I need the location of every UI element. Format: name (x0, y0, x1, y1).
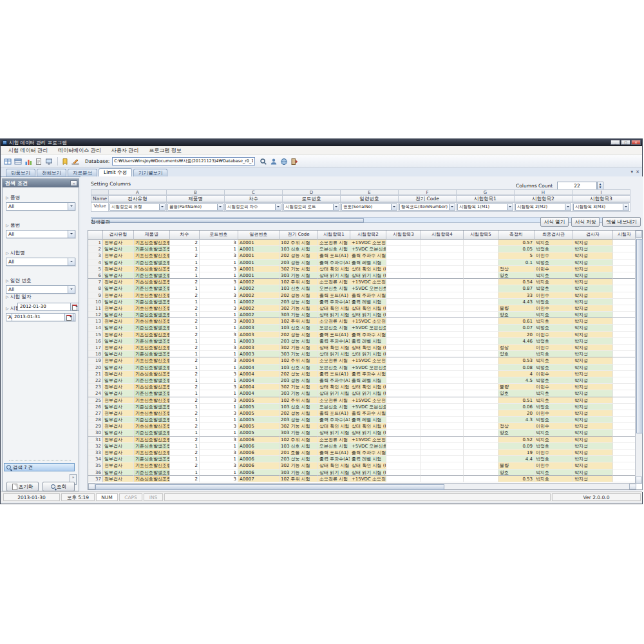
table-cell[interactable]: 박지성 (573, 279, 613, 285)
chevron-down-icon[interactable] (68, 231, 75, 238)
table-cell[interactable]: 기초신호발신조립체 (134, 397, 170, 404)
column-mapping-combo[interactable]: 품명(PartName) (167, 204, 223, 211)
table-cell[interactable]: 303 기능 시험 (279, 469, 318, 476)
table-cell[interactable]: 박지성 (573, 397, 613, 404)
table-cell[interactable] (464, 476, 498, 482)
table-cell[interactable] (386, 469, 421, 476)
table-cell[interactable] (464, 338, 498, 345)
table-cell[interactable]: 전부검사 (103, 252, 134, 259)
chevron-down-icon[interactable] (391, 204, 397, 210)
table-cell[interactable]: 박지성 (573, 417, 613, 423)
table-cell[interactable]: 3 (200, 384, 238, 390)
table-cell[interactable] (421, 476, 464, 482)
table-row[interactable]: 14일부검사기준신호발생조립체11A0003103 신호 시험오븐신호 시험+5… (88, 325, 642, 331)
table-cell[interactable]: A0001 (238, 240, 279, 246)
search-icon[interactable] (259, 157, 268, 166)
table-cell[interactable]: 2 (170, 476, 200, 482)
column-header[interactable]: 시험자 (613, 231, 636, 240)
table-cell[interactable]: 출력 레벨 시험 (350, 260, 386, 266)
table-cell[interactable] (386, 260, 421, 266)
table-cell[interactable]: 19 (498, 450, 535, 456)
table-cell[interactable]: 1 (88, 240, 103, 246)
table-cell[interactable]: 양호 (498, 469, 535, 476)
table-cell[interactable]: 202 성능 시험 (279, 252, 318, 259)
table-cell[interactable]: 이민수 (535, 371, 573, 377)
table-cell[interactable]: 302 기능 시험 (279, 266, 318, 272)
column-header[interactable]: 최종검사관 (535, 231, 573, 240)
table-cell[interactable]: 일부검사 (103, 351, 134, 357)
table-cell[interactable]: 양호 (498, 390, 535, 397)
table-cell[interactable]: 소모전류 시험 (318, 279, 350, 285)
table-cell[interactable] (613, 325, 636, 331)
table-row[interactable]: 26일부검사기준신호발생조립체11A0005103 신호 시험오븐신호 시험+5… (88, 404, 642, 410)
table-cell[interactable]: 기초신호발신조립체 (134, 318, 170, 325)
table-cell[interactable]: 103 신호 시험 (279, 365, 318, 371)
table-cell[interactable]: 상태 확인 시험 (0d (350, 462, 386, 469)
table-cell[interactable]: 소모전류 시험 (318, 318, 350, 325)
column-mapping-combo[interactable]: 시험정보의 차수 (225, 204, 281, 211)
table-cell[interactable]: 박지성 (573, 332, 613, 338)
table-cell[interactable]: 26 (88, 404, 103, 410)
table-cell[interactable]: 4.5 (498, 377, 535, 384)
table-cell[interactable] (386, 318, 421, 325)
table-cell[interactable]: 37 (88, 476, 103, 482)
table-cell[interactable] (613, 357, 636, 364)
collapse-panel-button[interactable]: « (70, 180, 77, 186)
table-cell[interactable]: 1 (170, 404, 200, 410)
table-cell[interactable] (386, 338, 421, 345)
table-row[interactable]: 17전부검사기초신호발신조립체23A0003302 기능 시험상태 확인 시험상… (88, 345, 642, 351)
tab-전체보기[interactable]: 전체보기 (37, 169, 66, 176)
table-cell[interactable]: 양호 (498, 272, 535, 279)
table-cell[interactable]: 출력 포트(A1) 시험 (318, 410, 350, 417)
table-cell[interactable] (464, 345, 498, 351)
table-cell[interactable]: 박정호 (535, 260, 573, 266)
table-cell[interactable]: 이민수 (535, 450, 573, 456)
table-cell[interactable]: 박지성 (573, 266, 613, 272)
table-cell[interactable]: 기초신호발신조립체 (134, 437, 170, 443)
table-cell[interactable]: 기준신호발생조립체 (134, 430, 170, 436)
table-cell[interactable]: 1 (200, 246, 238, 252)
table-cell[interactable]: 출력 포트(A1) 시험 (318, 371, 350, 377)
save-format-button[interactable]: 서식 저장 (571, 217, 600, 227)
table-cell[interactable]: 출력 포트(A1) 시험 (318, 332, 350, 338)
table-cell[interactable]: 202 성능 시험 (279, 292, 318, 299)
table-cell[interactable]: 전부검사 (103, 240, 134, 246)
table-cell[interactable] (613, 456, 636, 462)
table-cell[interactable]: 일부검사 (103, 443, 134, 450)
table-cell[interactable]: 박지성 (573, 462, 613, 469)
table-cell[interactable]: 기초신호발신조립체 (134, 450, 170, 456)
table-cell[interactable] (613, 240, 636, 246)
table-cell[interactable]: 상태 확인 시험 (318, 305, 350, 312)
table-cell[interactable]: A0003 (238, 351, 279, 357)
table-cell[interactable] (386, 332, 421, 338)
filter-combo-일련 번호[interactable]: All (6, 285, 75, 294)
bar-chart-icon[interactable] (24, 157, 33, 166)
table-row[interactable]: 27전부검사기초신호발신조립체23A0005202 성능 시험출력 포트(A1)… (88, 410, 642, 417)
table-cell[interactable]: 기초신호발신조립체 (134, 305, 170, 312)
table-cell[interactable]: 박정호 (535, 404, 573, 410)
table-cell[interactable]: 소모전류 시험 (318, 357, 350, 364)
table-cell[interactable]: 기초신호발신조립체 (134, 266, 170, 272)
table-cell[interactable] (386, 292, 421, 299)
table-cell[interactable]: 출력 주파수(A1) 시험 (318, 377, 350, 384)
table-cell[interactable]: 불량 (498, 462, 535, 469)
table-cell[interactable] (613, 345, 636, 351)
table-cell[interactable] (613, 377, 636, 384)
table-cell[interactable]: 일부검사 (103, 285, 134, 292)
table-cell[interactable]: 상태 읽기 시험 (0d (350, 351, 386, 357)
table-cell[interactable]: 기초신호발신조립체 (134, 357, 170, 364)
table-cell[interactable]: 박지호 (535, 279, 573, 285)
table-cell[interactable]: 20 (498, 410, 535, 417)
table-row[interactable]: 21전부검사기초신호발신조립체23A0004202 성능 시험출력 포트(A1)… (88, 371, 642, 377)
table-cell[interactable]: 303 기능 시험 (279, 390, 318, 397)
table-cell[interactable]: 10 (88, 299, 103, 305)
table-cell[interactable] (386, 390, 421, 397)
table-cell[interactable]: A0002 (238, 305, 279, 312)
table-cell[interactable] (464, 246, 498, 252)
menu-item[interactable]: 사용자 관리 (106, 147, 144, 154)
table-cell[interactable] (386, 305, 421, 312)
table-cell[interactable] (464, 456, 498, 462)
table-cell[interactable]: 3 (200, 450, 238, 456)
table-cell[interactable] (421, 437, 464, 443)
table-cell[interactable]: 전부검사 (103, 410, 134, 417)
